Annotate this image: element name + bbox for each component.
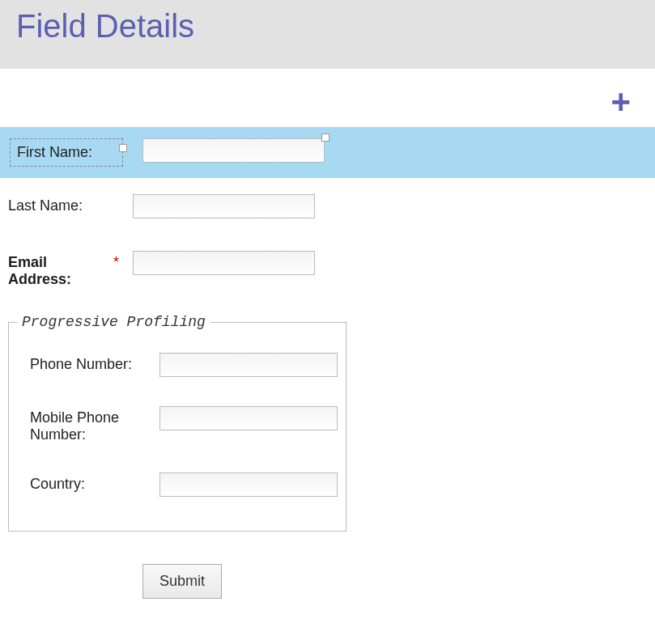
mobile-input[interactable] <box>159 406 338 430</box>
field-row-last-name[interactable]: Last Name: <box>0 178 655 235</box>
selected-label-wrap[interactable]: First Name: <box>10 138 123 167</box>
field-row-first-name[interactable]: First Name: <box>0 127 655 178</box>
email-input[interactable] <box>133 251 315 275</box>
required-mark-icon: * <box>113 251 133 271</box>
selection-handle-icon[interactable] <box>119 144 127 152</box>
country-label: Country: <box>30 472 159 493</box>
first-name-input[interactable] <box>142 138 325 163</box>
submit-row: Submit <box>0 532 655 615</box>
email-label: Email Address: <box>8 251 113 288</box>
add-field-icon[interactable]: + <box>610 85 631 119</box>
first-name-label: First Name: <box>17 141 92 160</box>
field-row-country[interactable]: Country: <box>9 458 346 511</box>
last-name-label: Last Name: <box>8 194 113 214</box>
progressive-profiling-fieldset: Progressive Profiling Phone Number: Mobi… <box>8 314 347 532</box>
last-name-input[interactable] <box>133 194 315 218</box>
phone-label: Phone Number: <box>30 353 159 373</box>
email-input-wrap <box>133 251 315 275</box>
field-row-mobile[interactable]: Mobile Phone Number: <box>9 392 346 458</box>
selection-handle-icon[interactable] <box>321 133 330 142</box>
page-title: Field Details <box>16 8 655 44</box>
first-name-input-wrap <box>142 138 325 163</box>
progressive-legend: Progressive Profiling <box>17 314 211 330</box>
header-bar: Field Details <box>0 0 655 69</box>
mobile-label: Mobile Phone Number: <box>30 406 159 443</box>
submit-button[interactable]: Submit <box>142 564 222 599</box>
field-row-email[interactable]: Email Address: * <box>0 235 655 304</box>
field-row-phone[interactable]: Phone Number: <box>9 338 346 392</box>
form-area: First Name: Last Name: Email Address: * … <box>0 127 655 615</box>
toolbar: + <box>0 69 655 127</box>
phone-input[interactable] <box>159 353 338 377</box>
last-name-input-wrap <box>133 194 315 218</box>
country-input[interactable] <box>159 472 338 497</box>
